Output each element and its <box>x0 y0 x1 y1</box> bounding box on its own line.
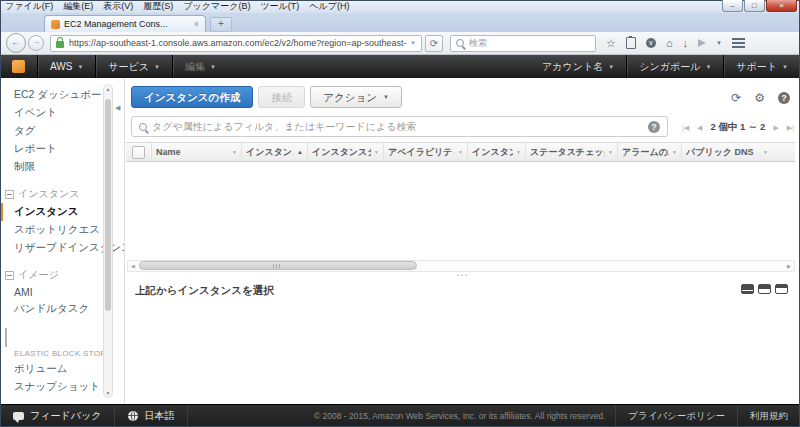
next-page-icon[interactable]: ▶ <box>773 124 778 132</box>
tab-close-icon[interactable]: × <box>194 19 199 29</box>
sidebar-collapse-icon[interactable]: ◀ <box>115 104 120 112</box>
select-all-checkbox[interactable] <box>132 146 145 159</box>
menu-file[interactable]: ファイル(F) <box>5 0 53 13</box>
support-menu[interactable]: サポート▼ <box>724 60 800 74</box>
terms-link[interactable]: 利用規約 <box>737 405 800 427</box>
menu-bookmarks[interactable]: ブックマーク(B) <box>183 0 250 13</box>
horizontal-scrollbar[interactable]: ◀ ▶ <box>127 260 795 272</box>
footer: フィードバック 日本語 © 2008 - 2015, Amazon Web Se… <box>0 404 800 427</box>
aws-menu[interactable]: AWS▼ <box>38 61 95 72</box>
sort-caret-icon[interactable]: ▼ <box>760 149 768 155</box>
new-tab-button[interactable]: + <box>210 17 232 32</box>
url-bar[interactable]: https://ap-southeast-1.console.aws.amazo… <box>50 35 422 52</box>
column-header-name[interactable]: Name ▼ <box>152 143 242 161</box>
sort-caret-icon[interactable]: ▼ <box>371 149 379 155</box>
sort-asc-icon[interactable]: ▲ <box>297 149 303 155</box>
launch-instance-button[interactable]: インスタンスの作成 <box>131 86 253 108</box>
pane-layout-hidden-icon[interactable] <box>775 284 788 294</box>
maximize-button[interactable]: □ <box>744 0 765 12</box>
filter-search-input[interactable]: タグや属性によるフィルタ、またはキーワードによる検索 ? <box>131 116 668 137</box>
pagination: |◀ ◀ 2 個中 1 ～ 2 ▶ ▶| <box>682 121 794 134</box>
help-icon[interactable]: ? <box>778 92 790 104</box>
chevron-down-icon: ▼ <box>705 64 711 70</box>
pane-layout-controls <box>741 284 788 294</box>
column-header-alarm-status[interactable]: アラームのステ ▼ <box>618 143 682 161</box>
filter-help-icon[interactable]: ? <box>648 121 660 133</box>
sort-caret-icon[interactable]: ▼ <box>669 149 677 155</box>
bookmarks-menu-icon[interactable] <box>626 37 636 49</box>
menu-view[interactable]: 表示(V) <box>103 0 133 13</box>
tab-ec2-console[interactable]: EC2 Management Cons... × <box>44 15 206 32</box>
prev-page-icon[interactable]: ◀ <box>697 124 702 132</box>
scroll-right-icon[interactable]: ▶ <box>784 261 794 271</box>
pane-layout-split-icon[interactable] <box>758 284 771 294</box>
pocket-icon[interactable]: ∨ <box>646 38 656 48</box>
scrollbar-thumb[interactable] <box>139 261 417 270</box>
collapse-minus-icon[interactable] <box>5 271 14 280</box>
toolbar-dropdown-icon[interactable]: ▼ <box>716 40 722 46</box>
menu-hamburger-icon[interactable] <box>732 38 745 40</box>
navigation-toolbar: ← → https://ap-southeast-1.console.aws.a… <box>0 32 800 55</box>
privacy-policy-link[interactable]: プライバシーポリシー <box>615 405 737 427</box>
services-menu[interactable]: サービス▼ <box>96 60 172 74</box>
scroll-down-icon[interactable]: ▼ <box>104 390 112 396</box>
feedback-bubble-icon <box>13 412 24 420</box>
menu-history[interactable]: 履歴(S) <box>143 0 173 13</box>
search-icon <box>139 123 147 131</box>
reload-button[interactable]: ⟳ <box>425 35 443 52</box>
column-header-instance-id[interactable]: インスタンス ▲ <box>242 143 308 161</box>
column-header-instance-state[interactable]: インスタンスの状 ▼ <box>468 143 526 161</box>
menu-help[interactable]: ヘルプ(H) <box>309 0 349 13</box>
close-button[interactable]: × <box>766 0 797 12</box>
gear-icon[interactable]: ⚙ <box>754 92 765 104</box>
scroll-up-icon[interactable]: ▲ <box>104 86 112 92</box>
pane-layout-full-icon[interactable] <box>741 284 754 294</box>
sort-caret-icon[interactable]: ▼ <box>513 149 521 155</box>
sort-caret-icon[interactable]: ▼ <box>605 149 613 155</box>
column-header-instance-type[interactable]: インスタンスタイ ▼ <box>308 143 384 161</box>
actions-button[interactable]: アクション ▼ <box>310 86 402 108</box>
sort-caret-icon[interactable]: ▼ <box>229 149 237 155</box>
url-dropdown-icon[interactable]: ▼ <box>410 40 416 46</box>
tab-bar: EC2 Management Cons... × + <box>0 13 800 32</box>
refresh-icon[interactable]: ⟳ <box>731 92 741 104</box>
https-lock-icon <box>56 41 64 48</box>
collapse-minus-icon[interactable] <box>5 190 14 199</box>
browser-menu-bar: ファイル(F) 編集(E) 表示(V) 履歴(S) ブックマーク(B) ツール(… <box>0 0 800 13</box>
scrollbar-thumb[interactable] <box>105 99 111 311</box>
back-button[interactable]: ← <box>6 33 26 53</box>
collapse-minus-icon[interactable] <box>5 328 7 347</box>
edit-menu[interactable]: 編集▼ <box>173 60 228 74</box>
chevron-down-icon: ▼ <box>608 64 614 70</box>
feedback-button[interactable]: フィードバック <box>0 405 115 427</box>
connect-button[interactable]: 接続 <box>258 86 305 108</box>
column-header-status-checks[interactable]: ステータスチェック ▼ <box>526 143 618 161</box>
last-page-icon[interactable]: ▶| <box>787 124 794 132</box>
aws-logo-icon[interactable] <box>12 60 25 73</box>
account-menu[interactable]: アカウント名▼ <box>530 60 626 74</box>
scroll-left-icon[interactable]: ◀ <box>128 261 138 271</box>
column-header-public-dns[interactable]: パブリック DNS ▼ <box>682 143 772 161</box>
url-text[interactable]: https://ap-southeast-1.console.aws.amazo… <box>69 38 407 48</box>
filter-placeholder: タグや属性によるフィルタ、またはキーワードによる検索 <box>152 120 644 134</box>
minimize-button[interactable]: – <box>722 0 743 12</box>
downloads-icon[interactable]: ↓ <box>683 38 689 49</box>
forward-button[interactable]: → <box>28 35 44 51</box>
search-icon <box>456 39 464 47</box>
language-button[interactable]: 日本語 <box>115 405 188 427</box>
share-icon[interactable] <box>698 39 706 47</box>
content-area: インスタンスの作成 接続 アクション ▼ ⟳ ⚙ ? タグや属性によるフィルタ、… <box>126 78 800 404</box>
empty-selection-message: 上記からインスタンスを選択 <box>135 284 274 298</box>
bookmark-star-icon[interactable]: ☆ <box>606 38 616 49</box>
column-header-availability-zone[interactable]: アベイラビリティー ▼ <box>384 143 468 161</box>
region-menu[interactable]: シンガポール▼ <box>627 60 723 74</box>
sort-caret-icon[interactable]: ▼ <box>455 149 463 155</box>
browser-search-box[interactable]: 検索 <box>450 35 596 52</box>
first-page-icon[interactable]: |◀ <box>682 124 689 132</box>
menu-tools[interactable]: ツール(T) <box>260 0 299 13</box>
menu-edit[interactable]: 編集(E) <box>63 0 93 13</box>
sidebar-scrollbar[interactable]: ▲ ▼ <box>103 84 113 398</box>
panel-drag-handle[interactable]: ••• <box>126 272 800 278</box>
main-area: EC2 ダッシュボード イベント タグ レポート 制限 インスタンス インスタン… <box>0 78 800 404</box>
home-icon[interactable]: ⌂ <box>666 38 673 49</box>
